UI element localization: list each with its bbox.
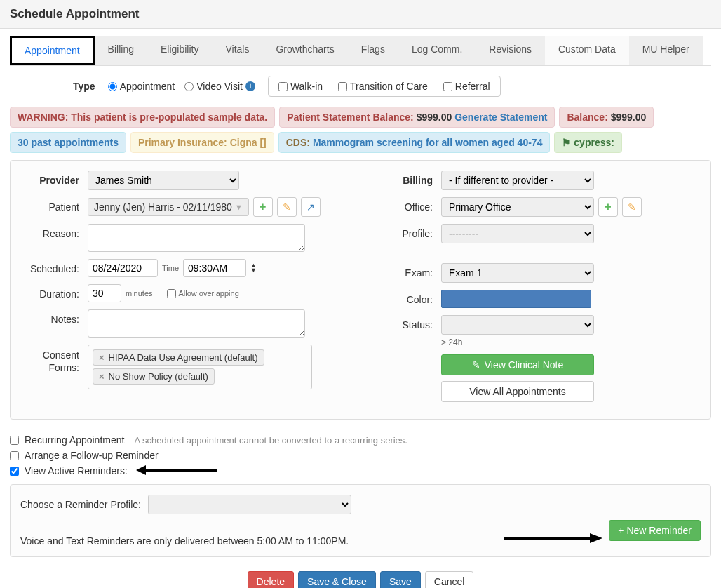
patient-pill[interactable]: Jenny (Jen) Harris - 02/11/1980▼: [88, 198, 249, 216]
status-label: Status:: [371, 315, 441, 330]
chk-allow-overlapping[interactable]: Allow overlapping: [167, 289, 239, 298]
time-stepper[interactable]: ▲▼: [250, 263, 257, 273]
recurring-label: Recurring Appointment: [25, 434, 124, 446]
pencil-icon: ✎: [628, 201, 636, 213]
add-office-button[interactable]: +: [598, 197, 618, 217]
chk-view-active-reminders[interactable]: [10, 467, 19, 476]
save-button[interactable]: Save: [380, 571, 421, 588]
chk-walkin[interactable]: Walk-in: [278, 81, 323, 92]
cancel-button[interactable]: Cancel: [425, 571, 474, 588]
tab-flags[interactable]: Flags: [348, 36, 398, 65]
balance-badge: Balance: $999.00: [559, 107, 654, 128]
visit-options: Walk-in Transition of Care Referral: [268, 76, 501, 97]
right-column: Billing - If different to provider - Off…: [371, 171, 703, 409]
followup-label: Arrange a Follow-up Reminder: [25, 450, 159, 461]
consent-label: Consent Forms:: [18, 345, 88, 374]
reminder-profile-label: Choose a Reminder Profile:: [20, 499, 141, 510]
reason-textarea[interactable]: [88, 224, 305, 252]
exam-select[interactable]: Exam 1: [441, 263, 594, 283]
chk-followup[interactable]: [10, 451, 19, 460]
tab-revisions[interactable]: Revisions: [476, 36, 545, 65]
scheduled-date-input[interactable]: [88, 259, 158, 277]
notes-label: Notes:: [18, 309, 88, 325]
chevron-down-icon: ▼: [235, 203, 243, 211]
status-sublabel: > 24h: [441, 338, 462, 347]
edit-office-button[interactable]: ✎: [622, 197, 642, 217]
duration-input[interactable]: [88, 284, 121, 302]
edit-patient-button[interactable]: ✎: [277, 197, 297, 217]
billing-select[interactable]: - If different to provider -: [441, 171, 594, 190]
radio-video-visit[interactable]: Video Visit i: [184, 81, 255, 92]
tab-logcomm[interactable]: Log Comm.: [398, 36, 476, 65]
save-close-button[interactable]: Save & Close: [298, 571, 376, 588]
alert-badges: WARNING: This patient is pre-populated s…: [10, 107, 711, 153]
tab-appointment[interactable]: Appointment: [10, 36, 95, 65]
profile-select[interactable]: ---------: [441, 224, 594, 243]
annotation-arrow-icon: [504, 531, 602, 545]
insurance-badge: Primary Insurance: Cigna []: [130, 132, 274, 153]
view-all-appointments-button[interactable]: View All Appointments: [441, 381, 594, 402]
consent-forms-box[interactable]: ×HIPAA Data Use Agreement (default) ×No …: [88, 345, 312, 389]
color-swatch[interactable]: [441, 290, 591, 308]
caret-down-icon: ▼: [250, 268, 257, 273]
view-active-reminders-label: View Active Reminders:: [25, 465, 128, 476]
annotation-arrow-icon: [136, 463, 220, 477]
scheduled-time-input[interactable]: [183, 259, 246, 277]
remove-icon[interactable]: ×: [99, 352, 105, 363]
duration-unit: minutes: [126, 289, 153, 298]
reminder-profile-select[interactable]: [148, 495, 351, 514]
tab-vitals[interactable]: Vitals: [212, 36, 262, 65]
tab-growthcharts[interactable]: Growthcharts: [262, 36, 347, 65]
remove-icon[interactable]: ×: [99, 371, 105, 382]
footer-buttons: Delete Save & Close Save Cancel: [10, 571, 711, 588]
add-patient-button[interactable]: +: [253, 197, 273, 217]
cds-badge[interactable]: CDS: Mammogram screening for all women a…: [278, 132, 551, 153]
chk-recurring[interactable]: [10, 436, 19, 445]
exam-label: Exam:: [371, 263, 441, 279]
tab-eligibility[interactable]: Eligibility: [147, 36, 212, 65]
left-column: Provider James Smith Patient Jenny (Jen)…: [18, 171, 350, 409]
tab-muhelper[interactable]: MU Helper: [629, 36, 703, 65]
type-label: Type: [73, 81, 95, 92]
provider-select[interactable]: James Smith: [88, 171, 239, 190]
billing-label: Billing: [371, 171, 441, 186]
edit-icon: ✎: [472, 359, 480, 370]
recurring-help: A scheduled appointment cannot be conver…: [134, 435, 407, 446]
reason-label: Reason:: [18, 224, 88, 239]
plus-icon: +: [618, 525, 624, 536]
tab-billing[interactable]: Billing: [95, 36, 147, 65]
view-clinical-note-button[interactable]: ✎View Clinical Note: [441, 354, 594, 375]
info-icon[interactable]: i: [245, 81, 255, 91]
warning-badge: WARNING: This patient is pre-populated s…: [10, 107, 275, 128]
chk-referral[interactable]: Referral: [443, 81, 490, 92]
notes-textarea[interactable]: [88, 309, 305, 338]
modal-title: Schedule Appointment: [0, 0, 721, 29]
share-patient-button[interactable]: ↗: [301, 197, 321, 217]
profile-label: Profile:: [371, 224, 441, 239]
plus-icon: +: [605, 201, 611, 213]
time-sublabel: Time: [162, 264, 179, 272]
status-select[interactable]: [441, 315, 594, 335]
patient-label: Patient: [18, 197, 88, 213]
new-reminder-button[interactable]: +New Reminder: [609, 520, 701, 541]
scheduled-label: Scheduled:: [18, 259, 88, 274]
office-select[interactable]: Primary Office: [441, 197, 594, 217]
radio-appointment[interactable]: Appointment: [108, 81, 175, 92]
consent-item[interactable]: ×HIPAA Data Use Agreement (default): [93, 349, 264, 366]
delete-button[interactable]: Delete: [248, 571, 294, 588]
generate-statement-link[interactable]: Generate Statement: [454, 112, 547, 123]
pencil-icon: ✎: [283, 201, 291, 213]
office-label: Office:: [371, 197, 441, 213]
flag-icon: ⚑: [562, 137, 574, 148]
statement-balance-badge: Patient Statement Balance: $999.00 Gener…: [279, 107, 555, 128]
tabbar: Appointment Billing Eligibility Vitals G…: [10, 36, 711, 66]
past-appointments-badge[interactable]: 30 past appointments: [10, 132, 126, 153]
tab-customdata[interactable]: Custom Data: [545, 36, 629, 65]
svg-marker-1: [136, 465, 146, 475]
color-label: Color:: [371, 290, 441, 305]
chk-transition[interactable]: Transition of Care: [338, 81, 428, 92]
duration-label: Duration:: [18, 284, 88, 300]
consent-item[interactable]: ×No Show Policy (default): [93, 368, 215, 385]
share-icon: ↗: [306, 201, 315, 213]
flag-badge: ⚑ cypress:: [554, 132, 621, 153]
